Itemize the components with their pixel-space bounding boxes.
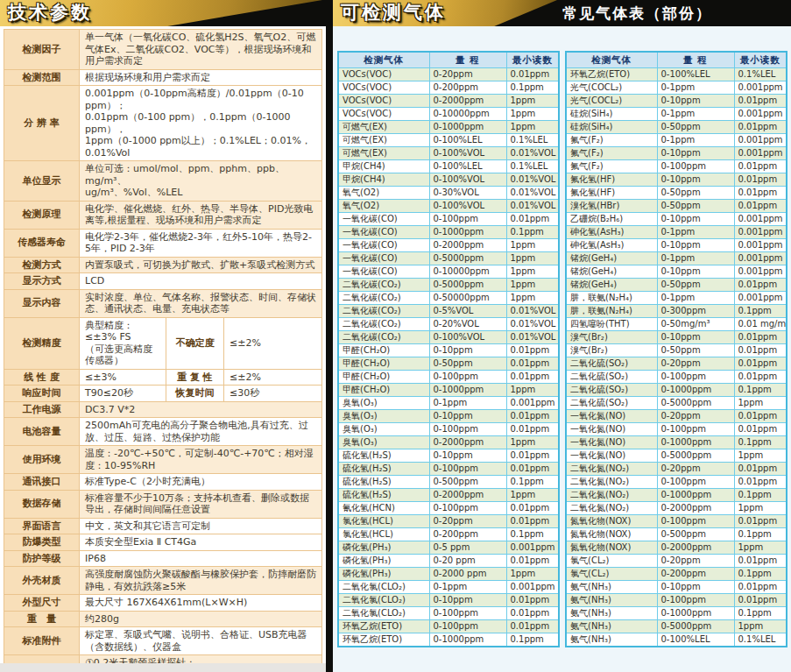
- gas-range-cell: 0-20ppm: [429, 515, 506, 528]
- param-value: 标准Type-C（2小时充满电）: [80, 474, 322, 491]
- param-row: 检测精度典型精度：≤±3% FS （可选更高精度传感器）不确定度≤±2%: [4, 317, 322, 369]
- gas-row: 一氧化氮(NO)0-1000ppm0.1ppm: [566, 436, 787, 449]
- gas-name-cell: 肼，联氨(N₂H₄): [566, 305, 657, 318]
- gas-min-cell: 0.1%LEL: [506, 134, 559, 147]
- gas-name-cell: 二氧化碳(CO₂): [338, 331, 429, 344]
- gas-name-cell: 二氧化氮(NO₂): [566, 489, 657, 502]
- gas-table-left-head: 检测气体量 程最小读数: [338, 52, 559, 68]
- gas-min-cell: 0.1ppm: [734, 436, 787, 449]
- gas-row: 二氧化硫(SO₂)0-1000ppm0.1ppm: [566, 384, 787, 397]
- top-banner: 技术参数 可检测气体 常见气体表（部份）: [0, 0, 791, 26]
- param-value: ①0.2米天鹅颈采样探针； ②活性炭过滤器； ③0.4米不锈钢采样手柄（含1米软…: [80, 655, 322, 664]
- gas-row: 氨气(NH₃)0-100ppm0.01ppm: [566, 594, 787, 607]
- gas-range-cell: 0-1000ppm: [657, 489, 734, 502]
- param-row: 重 量约280g: [4, 611, 322, 627]
- param-table: 检测因子单一气体（一氧化碳CO、硫化氢H2S、氧气O2、可燃气体Ex、二氧化碳C…: [4, 29, 322, 663]
- gas-name-cell: 砷化氢(AsH₃): [566, 239, 657, 252]
- gas-name-cell: 甲烷(CH4): [338, 173, 429, 187]
- gas-row: 砷化氢(AsH₃)0-1ppm0.001ppm: [566, 226, 787, 239]
- gas-row: 光气(COCL₂)0-1ppm0.001ppm: [566, 81, 787, 95]
- gas-name-cell: 二氧化硫(SO₂): [566, 357, 657, 371]
- param-label: 外壳材质: [4, 567, 80, 595]
- gas-min-cell: 1ppm: [506, 568, 559, 581]
- gas-range-cell: 0-2000 ppm: [429, 568, 506, 581]
- param-label: 界面语言: [4, 518, 80, 534]
- gas-range-cell: 0-50mg/m³: [657, 318, 734, 331]
- gas-min-cell: 0.01ppm: [734, 279, 787, 292]
- gas-min-cell: 0.001ppm: [506, 397, 559, 410]
- gas-row: 二氧化碳(CO₂)0-5000ppm1ppm: [338, 279, 559, 292]
- gas-min-cell: 1ppm: [734, 620, 787, 633]
- gas-name-cell: 二氧化氯(CLO₂): [338, 607, 429, 620]
- gas-row: 氟气(F₂)0-100ppm0.01ppm: [566, 160, 787, 173]
- gas-range-cell: 0-100ppm: [657, 160, 734, 173]
- gas-row: 甲醛(CH₂O)0-50ppm0.01ppm: [338, 357, 559, 371]
- gas-range-cell: 0-20ppm: [657, 410, 734, 423]
- gas-row: 硅烷(SiH₄)0-1ppm0.001ppm: [566, 108, 787, 121]
- gas-name-cell: 氟化氢(HF): [566, 173, 657, 187]
- gas-range-cell: 0-100ppm: [429, 213, 506, 226]
- gas-table-right-body: 环氧乙烷(ETO)0-100%LEL0.1%LEL光气(COCL₂)0-1ppm…: [566, 68, 787, 647]
- gas-name-cell: 锗烷(GeH₄): [566, 279, 657, 292]
- gas-range-cell: 0-10ppm: [657, 239, 734, 252]
- param-row: 数据存储标准容量不少于10万条；支持本机查看、删除或数据导出，存储时间间隔任意设…: [4, 490, 322, 518]
- gas-range-cell: 0-100ppm: [429, 371, 506, 384]
- gas-range-cell: 0-2000ppm: [657, 541, 734, 555]
- gas-name-cell: 一氧化氮(NO): [566, 410, 657, 423]
- gas-name-cell: VOCs(VOC): [338, 81, 429, 95]
- gas-range-cell: 0-100ppm: [657, 594, 734, 607]
- gas-row: 磷化氢(PH₃)0-20 ppm0.01ppm: [338, 555, 559, 568]
- gas-name-cell: 溴化氢(HBr): [566, 200, 657, 213]
- gas-min-cell: 0.1ppm: [734, 568, 787, 581]
- gas-min-cell: 0.01%VOL: [506, 318, 559, 331]
- gas-row: 甲烷(CH4)0-100%LEL0.1%LEL: [338, 160, 559, 173]
- gas-range-cell: 0-10ppm: [429, 449, 506, 463]
- gas-row: 甲醛(CH₂O)0-100ppm0.01ppm: [338, 371, 559, 384]
- gas-min-cell: 0.01%VOL: [506, 331, 559, 344]
- gas-row: VOCs(VOC)0-10000ppm1ppm: [338, 108, 559, 121]
- param-value: 单位可选：umol/mol、ppm、pphm、ppb、mg/m³、 ug/m³、…: [80, 161, 322, 202]
- gas-row: 二氧化氮(NO₂)0-1000ppm0.1ppm: [566, 489, 787, 502]
- param-label: 标准附件: [4, 627, 80, 655]
- param-subvalue: ≤±2%: [223, 317, 321, 369]
- gas-min-cell: 0.01ppm: [734, 476, 787, 489]
- gas-range-cell: 0-200ppm: [657, 568, 734, 581]
- gas-min-cell: 0.001ppm: [506, 581, 559, 594]
- gas-row: 可燃气(EX)0-100%LEL0.1%LEL: [338, 134, 559, 147]
- gas-range-cell: 0-100%VOL: [429, 173, 506, 187]
- param-value: 电化学2-3年，催化燃烧2-3年，红外5-10年，热导2-5年，PID 2-3年: [80, 229, 322, 257]
- gas-row: 磷化氢(PH₃)0-5 ppm0.001ppm: [338, 541, 559, 555]
- gas-range-cell: 0-20ppm: [657, 357, 734, 371]
- gas-name-cell: 硫化氢(H₂S): [338, 463, 429, 476]
- gas-range-cell: 0-10ppm: [657, 147, 734, 160]
- gas-name-cell: 氨气(NH₃): [566, 607, 657, 620]
- gas-range-cell: 0-50ppm: [429, 357, 506, 371]
- param-label: 检测因子: [4, 30, 80, 70]
- gas-name-cell: 甲醛(CH₂O): [338, 344, 429, 357]
- gas-row: 环氧乙烷(ETO)0-100%LEL0.1%LEL: [566, 68, 787, 81]
- gas-range-cell: 0-20ppm: [429, 68, 506, 81]
- param-value: 约280g: [80, 611, 322, 627]
- gas-range-cell: 0-100ppm: [429, 423, 506, 436]
- gas-row: 一氧化氮(NO)0-5000ppm1ppm: [566, 449, 787, 463]
- gas-row: 一氧化氮(NO)0-100ppm0.01ppm: [566, 423, 787, 436]
- gas-name-cell: 氟气(F₂): [566, 147, 657, 160]
- gas-min-cell: 1ppm: [506, 95, 559, 108]
- gas-range-cell: 0-200ppm: [429, 81, 506, 95]
- param-row: 传感器寿命电化学2-3年，催化燃烧2-3年，红外5-10年，热导2-5年，PID…: [4, 229, 322, 257]
- gas-min-cell: 1ppm: [506, 489, 559, 502]
- gas-row: 锗烷(GeH₄)0-1ppm0.001ppm: [566, 252, 787, 265]
- param-label: 使用环境: [4, 446, 80, 474]
- gas-min-cell: 0.1ppm: [734, 305, 787, 318]
- param-value: ≤±3%: [80, 369, 166, 386]
- gas-range-cell: 0-100%LEL: [657, 633, 734, 647]
- gas-range-cell: 0-1ppm: [657, 252, 734, 265]
- param-value: 电化学、催化燃烧、红外、热导、半导体、PID光致电离等,根据量程、现场环境和用户…: [80, 201, 322, 229]
- gas-row: 磷化氢(PH₃)0-2000 ppm1ppm: [338, 568, 559, 581]
- gas-row: 二氧化硫(SO₂)0-5000ppm1ppm: [566, 397, 787, 410]
- param-label: 选配附件: [4, 655, 80, 664]
- gas-row: 二氧化硫(SO₂)0-20ppm0.01ppm: [566, 357, 787, 371]
- gas-name-cell: 氨气(NH₃): [566, 594, 657, 607]
- gas-row: 一氧化碳(CO)0-100ppm0.01ppm: [338, 213, 559, 226]
- gas-row: 二氧化氯(CLO₂)0-100ppm0.01ppm: [338, 607, 559, 620]
